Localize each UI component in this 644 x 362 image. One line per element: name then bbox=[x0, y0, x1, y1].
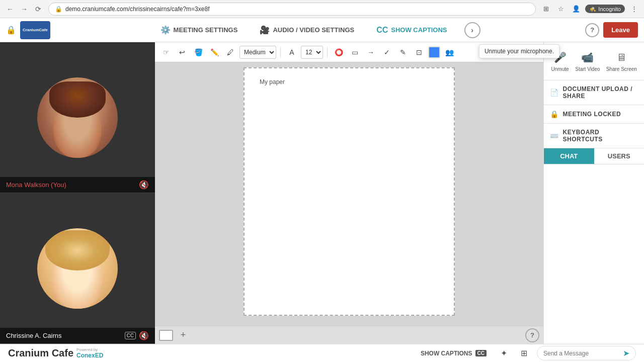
add-page-thumb-button[interactable]: + bbox=[177, 329, 189, 341]
menu-button[interactable]: ⋮ bbox=[628, 3, 640, 15]
meeting-settings-button[interactable]: ⚙️ MEETING SETTINGS bbox=[155, 22, 243, 38]
avatar-mona bbox=[37, 77, 118, 158]
share-screen-tool[interactable]: 🖥 Share Screen bbox=[604, 48, 639, 74]
font-select[interactable]: Medium Small Large bbox=[239, 46, 276, 59]
pen-button[interactable]: ✏️ bbox=[207, 45, 221, 59]
chat-content bbox=[544, 164, 644, 344]
highlighter-button[interactable]: 🖊 bbox=[223, 45, 237, 59]
color-picker[interactable] bbox=[428, 46, 440, 58]
bottom-cc-badge: CC bbox=[475, 350, 487, 356]
share-screen-label: Share Screen bbox=[606, 66, 637, 72]
checkmark-button[interactable]: ✓ bbox=[380, 45, 394, 59]
avatar-chrissine bbox=[37, 228, 118, 309]
right-panel-menu: 📄 DOCUMENT UPLOAD / SHARE 🔒 MEETING LOCK… bbox=[544, 80, 644, 148]
arrow-button[interactable]: → bbox=[364, 45, 378, 59]
rectangle-button[interactable]: ▭ bbox=[348, 45, 362, 59]
chat-tab[interactable]: CHAT bbox=[544, 148, 594, 164]
start-video-tool[interactable]: 📹 Start Video bbox=[573, 48, 602, 74]
bottom-bar: Cranium Cafe Powered by ConexED SHOW CAP… bbox=[0, 344, 644, 362]
url-text: demo.craniumcafe.com/chrissinecairns/caf… bbox=[65, 6, 529, 13]
undo-button[interactable]: ↩ bbox=[175, 45, 189, 59]
app-logo: CraniumCafe bbox=[20, 21, 50, 39]
powered-by-area: Powered by ConexED bbox=[76, 347, 103, 359]
crop-button[interactable]: ⊡ bbox=[412, 45, 426, 59]
extensions-button[interactable]: ⊞ bbox=[540, 3, 552, 15]
bottom-logo: Cranium Cafe Powered by ConexED bbox=[8, 347, 103, 359]
back-button[interactable]: ← bbox=[4, 3, 16, 15]
lock-icon: 🔒 bbox=[55, 6, 62, 13]
doc-icon: 📄 bbox=[550, 88, 559, 97]
tooltip: Unmute your microphone. bbox=[479, 44, 559, 58]
bottom-show-captions-button[interactable]: SHOW CAPTIONS CC bbox=[417, 348, 491, 359]
send-message-button[interactable]: ➤ bbox=[623, 348, 629, 358]
gear-icon: ⚙️ bbox=[160, 25, 171, 35]
participant-name-bar-chrissine: Chrissine A. Cairns CC 🔇 bbox=[0, 328, 155, 343]
page-help-button[interactable]: ? bbox=[525, 328, 539, 342]
bottom-center: SHOW CAPTIONS CC ✦ ⊞ ➤ bbox=[417, 346, 636, 360]
powered-by-text: Powered by bbox=[76, 347, 103, 352]
more-options-button[interactable]: › bbox=[464, 22, 480, 38]
participant-icons-chrissine: CC 🔇 bbox=[125, 331, 149, 340]
whiteboard-paper: My paper bbox=[244, 67, 455, 316]
whiteboard[interactable]: My paper bbox=[155, 62, 543, 326]
mute-icon-mona: 🔇 bbox=[139, 180, 149, 190]
video-tool-icon: 📹 bbox=[579, 50, 597, 64]
select-tool-button[interactable]: ☞ bbox=[159, 45, 173, 59]
header-right: ? Leave bbox=[585, 22, 638, 38]
edit-button[interactable]: ✎ bbox=[396, 45, 410, 59]
participants-sidebar: Mona Walkson (You) 🔇 Chrissine A. Cairns… bbox=[0, 42, 155, 344]
chat-users-tabs: CHAT USERS bbox=[544, 148, 644, 164]
app-header: 🔒 CraniumCafe ⚙️ MEETING SETTINGS 🎥 AUDI… bbox=[0, 18, 644, 42]
lock-icon: 🔒 bbox=[6, 25, 16, 35]
browser-nav-buttons: ← → ⟳ bbox=[4, 3, 44, 15]
participant-name-mona: Mona Walkson (You) bbox=[6, 181, 66, 189]
leave-button[interactable]: Leave bbox=[603, 22, 638, 38]
audio-video-button[interactable]: 🎥 AUDIO / VIDEO SETTINGS bbox=[255, 22, 359, 38]
star-button[interactable]: ✦ bbox=[497, 346, 511, 360]
start-video-label: Start Video bbox=[575, 66, 600, 72]
keyboard-icon: ⌨️ bbox=[550, 132, 559, 140]
add-user-button[interactable]: 👥 bbox=[442, 45, 456, 59]
video-icon: 🎥 bbox=[260, 25, 270, 35]
refresh-button[interactable]: ⟳ bbox=[32, 3, 44, 15]
bookmark-button[interactable]: ☆ bbox=[555, 3, 567, 15]
main-layout: Mona Walkson (You) 🔇 Chrissine A. Cairns… bbox=[0, 42, 644, 344]
header-center: ⚙️ MEETING SETTINGS 🎥 AUDIO / VIDEO SETT… bbox=[56, 22, 579, 38]
separator-2 bbox=[327, 47, 328, 57]
circle-button[interactable]: ⭕ bbox=[332, 45, 346, 59]
right-panel: 🎤 Unmute 📹 Start Video 🖥 Share Screen 📄 … bbox=[543, 42, 644, 344]
bottom-logo-text: Cranium Cafe bbox=[8, 347, 73, 359]
url-bar[interactable]: 🔒 demo.craniumcafe.com/chrissinecairns/c… bbox=[48, 3, 536, 16]
separator-1 bbox=[280, 47, 281, 57]
incognito-icon: 🕵️ bbox=[589, 6, 596, 12]
bottom-captions-label: SHOW CAPTIONS bbox=[421, 350, 472, 357]
participant-card-chrissine: Chrissine A. Cairns CC 🔇 bbox=[0, 193, 155, 344]
cc-icon: CC bbox=[376, 26, 388, 35]
cc-badge-icon: CC bbox=[125, 332, 136, 339]
profile-button[interactable]: 👤 bbox=[570, 3, 582, 15]
participant-icons-mona: 🔇 bbox=[139, 180, 149, 190]
paper-text: My paper bbox=[260, 78, 285, 85]
doc-upload-item[interactable]: 📄 DOCUMENT UPLOAD / SHARE bbox=[544, 80, 644, 105]
grid-button[interactable]: ⊞ bbox=[517, 346, 531, 360]
unmute-label: Unmute bbox=[551, 66, 569, 72]
users-tab[interactable]: USERS bbox=[594, 148, 645, 164]
message-input[interactable] bbox=[543, 350, 619, 357]
meeting-locked-item[interactable]: 🔒 MEETING LOCKED bbox=[544, 105, 644, 124]
browser-bar: ← → ⟳ 🔒 demo.craniumcafe.com/chrissineca… bbox=[0, 0, 644, 18]
font-size-select[interactable]: 12 14 18 24 bbox=[301, 46, 323, 59]
logo-area: 🔒 CraniumCafe bbox=[6, 21, 50, 39]
show-captions-button[interactable]: CC SHOW CAPTIONS bbox=[371, 23, 452, 38]
fill-button[interactable]: 🪣 bbox=[191, 45, 205, 59]
keyboard-shortcuts-item[interactable]: ⌨️ KEYBOARD SHORTCUTS bbox=[544, 124, 644, 148]
canvas-area: ☞ ↩ 🪣 ✏️ 🖊 Medium Small Large A 12 14 18… bbox=[155, 42, 543, 344]
share-screen-icon: 🖥 bbox=[612, 50, 630, 64]
incognito-badge: 🕵️ Incognito bbox=[585, 5, 625, 13]
conexed-text: ConexED bbox=[76, 352, 103, 359]
text-button[interactable]: A bbox=[285, 45, 299, 59]
help-button[interactable]: ? bbox=[585, 23, 599, 37]
message-area[interactable]: ➤ bbox=[537, 346, 636, 360]
page-thumb-1[interactable] bbox=[159, 330, 173, 341]
participant-name-bar-mona: Mona Walkson (You) 🔇 bbox=[0, 177, 155, 193]
forward-button[interactable]: → bbox=[18, 3, 30, 15]
